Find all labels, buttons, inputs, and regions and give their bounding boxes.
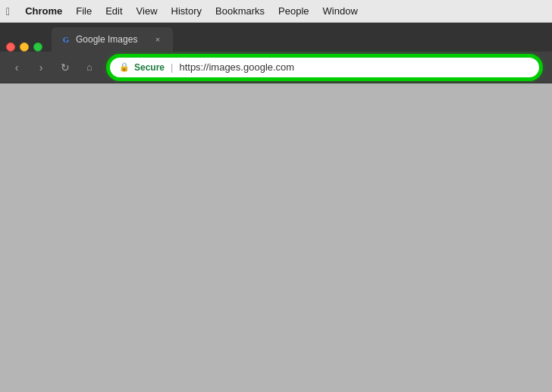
- content-area: [0, 83, 552, 392]
- minimize-window-button[interactable]: [20, 42, 29, 52]
- traffic-lights: [6, 42, 42, 52]
- menu-bar:  Chrome File Edit View History Bookmark…: [0, 0, 552, 23]
- home-button[interactable]: ⌂: [79, 57, 100, 78]
- lock-icon: 🔒: [119, 62, 130, 72]
- tab-bar: G Google Images ×: [0, 23, 552, 52]
- tab-title: Google Images: [76, 34, 147, 45]
- back-button[interactable]: ‹: [6, 57, 27, 78]
- toolbar: ‹ › ↻ ⌂ 🔒 Secure | https://images.google…: [0, 52, 552, 83]
- address-bar[interactable]: 🔒 Secure | https://images.google.com: [108, 55, 541, 80]
- menu-item-people[interactable]: People: [272, 4, 315, 18]
- menu-items: Chrome File Edit View History Bookmarks …: [19, 4, 364, 18]
- separator: |: [171, 61, 173, 73]
- reload-button[interactable]: ↻: [55, 57, 76, 78]
- tab-close-button[interactable]: ×: [152, 33, 164, 45]
- browser-window: G Google Images × ‹ › ↻ ⌂ 🔒 Secure | htt…: [0, 23, 552, 392]
- secure-label: Secure: [134, 62, 165, 73]
- maximize-window-button[interactable]: [33, 42, 42, 52]
- url-text: https://images.google.com: [179, 61, 530, 73]
- menu-item-history[interactable]: History: [165, 4, 208, 18]
- menu-item-chrome[interactable]: Chrome: [19, 4, 68, 18]
- menu-item-bookmarks[interactable]: Bookmarks: [209, 4, 271, 18]
- tab-favicon: G: [61, 34, 71, 45]
- menu-item-window[interactable]: Window: [317, 4, 364, 18]
- menu-item-view[interactable]: View: [130, 4, 164, 18]
- forward-button[interactable]: ›: [30, 57, 52, 78]
- menu-item-file[interactable]: File: [70, 4, 98, 18]
- browser-tab[interactable]: G Google Images ×: [52, 27, 173, 52]
- menu-item-edit[interactable]: Edit: [99, 4, 128, 18]
- address-bar-container: 🔒 Secure | https://images.google.com: [108, 55, 541, 80]
- google-favicon-icon: G: [63, 35, 70, 44]
- apple-logo-icon[interactable]: : [6, 5, 10, 17]
- close-window-button[interactable]: [6, 42, 15, 52]
